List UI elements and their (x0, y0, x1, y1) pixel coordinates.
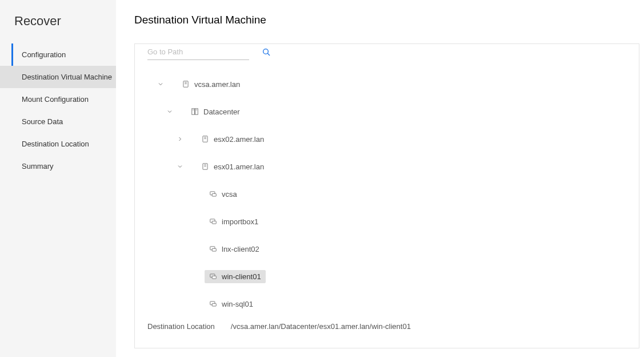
sidebar-item-configuration[interactable]: Configuration (0, 43, 116, 66)
tree-panel: vcsa.amer.lan Datacenter (134, 43, 639, 348)
search-icon[interactable] (262, 47, 271, 57)
chevron-right-icon[interactable] (175, 136, 185, 142)
sidebar: Recover Configuration Destination Virtua… (0, 0, 116, 357)
tree-label-vm-importbox1[interactable]: importbox1 (205, 215, 263, 228)
tree-node-vcenter[interactable]: vcsa.amer.lan (147, 70, 639, 98)
datacenter-icon (191, 108, 199, 116)
tree-label-vm-lnx-client02[interactable]: lnx-client02 (205, 243, 264, 256)
tree-node-vm-win-client01[interactable]: win-client01 (147, 263, 639, 290)
host-icon (201, 162, 209, 170)
tree-text: importbox1 (222, 217, 258, 226)
tree-label-vcenter[interactable]: vcsa.amer.lan (177, 78, 245, 91)
tree-text: vcsa (222, 190, 237, 199)
host-icon (201, 135, 209, 143)
sidebar-item-destination-location[interactable]: Destination Location (0, 133, 116, 155)
svg-rect-5 (192, 109, 195, 115)
chevron-down-icon[interactable] (155, 81, 166, 88)
tree-label-esx02[interactable]: esx02.amer.lan (197, 133, 269, 146)
tree-text: esx02.amer.lan (214, 135, 264, 144)
tree-wrapper[interactable]: vcsa.amer.lan Datacenter (135, 60, 639, 313)
chevron-down-icon[interactable] (165, 108, 175, 115)
tree-node-datacenter[interactable]: Datacenter (147, 98, 639, 125)
tree-node-esx01[interactable]: esx01.amer.lan (147, 153, 639, 180)
tree-label-vm-vcsa[interactable]: vcsa (205, 188, 242, 201)
page-title: Destination Virtual Machine (134, 14, 639, 26)
sidebar-title: Recover (14, 14, 116, 29)
tree-node-vm-win-sql01[interactable]: win-sql01 (147, 290, 639, 313)
tree-text: lnx-client02 (222, 245, 259, 253)
chevron-down-icon[interactable] (175, 163, 185, 170)
tree-text: win-client01 (222, 272, 261, 281)
search-row (135, 44, 639, 60)
destination-location-path: /vcsa.amer.lan/Datacenter/esx01.amer.lan… (231, 322, 411, 331)
tree-text: win-sql01 (222, 300, 253, 308)
destination-location-label: Destination Location (147, 322, 215, 331)
svg-line-1 (267, 53, 270, 55)
tree-node-esx02[interactable]: esx02.amer.lan (147, 125, 639, 153)
vm-icon (209, 300, 217, 308)
svg-rect-24 (212, 303, 216, 306)
svg-rect-12 (203, 164, 207, 170)
tree-node-vm-lnx-client02[interactable]: lnx-client02 (147, 235, 639, 263)
svg-rect-9 (203, 136, 207, 142)
server-icon (182, 80, 190, 88)
tree-label-vm-win-client01[interactable]: win-client01 (205, 270, 266, 283)
tree-text: Datacenter (203, 108, 240, 116)
tree-node-vm-vcsa[interactable]: vcsa (147, 180, 639, 208)
sidebar-item-summary[interactable]: Summary (0, 155, 116, 177)
svg-point-0 (263, 49, 269, 54)
tree-text: esx01.amer.lan (214, 162, 264, 171)
svg-rect-16 (212, 193, 216, 196)
vm-icon (209, 217, 217, 225)
svg-rect-22 (212, 276, 216, 279)
vm-icon (209, 272, 217, 280)
main-content: Destination Virtual Machine (116, 0, 644, 357)
tree-node-vm-importbox1[interactable]: importbox1 (147, 208, 639, 235)
sidebar-item-mount-configuration[interactable]: Mount Configuration (0, 88, 116, 110)
vm-icon (209, 190, 217, 198)
tree-label-datacenter[interactable]: Datacenter (186, 105, 245, 118)
destination-location-row: Destination Location /vcsa.amer.lan/Data… (135, 313, 639, 348)
search-input[interactable] (147, 44, 249, 60)
tree-label-esx01[interactable]: esx01.amer.lan (197, 160, 269, 173)
sidebar-item-destination-vm[interactable]: Destination Virtual Machine (0, 66, 116, 88)
svg-rect-2 (183, 81, 188, 88)
svg-rect-20 (212, 248, 216, 251)
tree-label-vm-win-sql01[interactable]: win-sql01 (205, 298, 258, 311)
sidebar-item-source-data[interactable]: Source Data (0, 110, 116, 133)
sidebar-nav: Configuration Destination Virtual Machin… (0, 43, 116, 177)
tree-text: vcsa.amer.lan (194, 80, 240, 89)
vm-icon (209, 245, 217, 253)
svg-rect-18 (212, 221, 216, 224)
svg-rect-6 (195, 109, 198, 115)
